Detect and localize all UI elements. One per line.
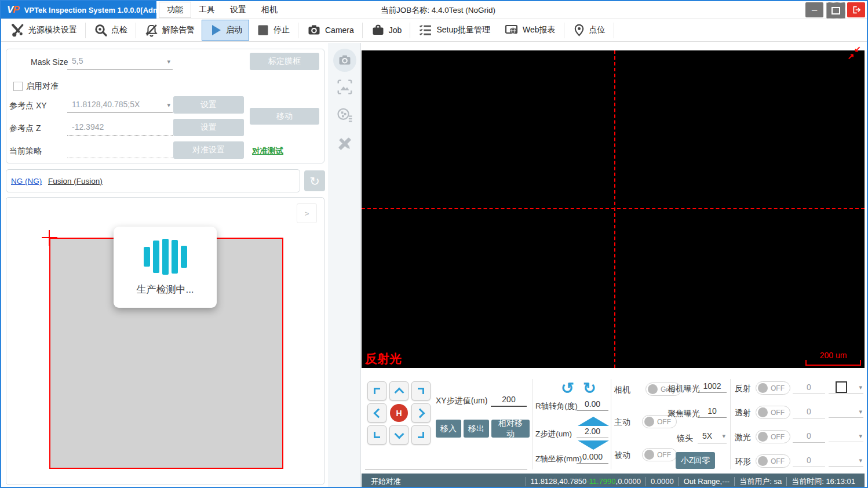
divider bbox=[365, 469, 527, 469]
z-home-button[interactable]: 小Z回零 bbox=[676, 452, 715, 469]
jog-right-button[interactable] bbox=[411, 403, 431, 423]
jog-up-right-button[interactable] bbox=[411, 381, 431, 400]
align-test-link[interactable]: 对准测试 bbox=[252, 146, 283, 156]
maximize-button[interactable] bbox=[826, 2, 845, 19]
stop-button[interactable]: 停止 bbox=[249, 20, 297, 41]
measure-tools-button[interactable] bbox=[333, 132, 356, 155]
light-laser-dropdown[interactable]: ▾ bbox=[829, 430, 863, 442]
rotate-cw-button[interactable]: ↻ bbox=[583, 381, 596, 396]
move-in-button[interactable]: 移入 bbox=[436, 420, 461, 438]
light-laser-toggle[interactable]: OFF bbox=[756, 430, 790, 443]
light-module-settings-button[interactable]: 光源模块设置 bbox=[3, 20, 84, 41]
exit-button[interactable] bbox=[847, 2, 865, 17]
strategy-input[interactable] bbox=[67, 144, 173, 158]
light-ring-toggle[interactable]: OFF bbox=[756, 454, 790, 468]
jog-left-button[interactable] bbox=[367, 403, 386, 423]
move-button[interactable]: 移动 bbox=[250, 108, 319, 125]
clear-alarm-button[interactable]: 解除告警 bbox=[137, 20, 202, 41]
image-adjust-tool-button[interactable] bbox=[333, 75, 356, 99]
menu-camera[interactable]: 相机 bbox=[254, 2, 285, 17]
light-transmit-toggle[interactable]: OFF bbox=[756, 406, 790, 419]
home-button[interactable]: H bbox=[390, 404, 408, 422]
move-out-button[interactable]: 移出 bbox=[464, 420, 489, 438]
current-user: 当前用户: sa bbox=[735, 476, 786, 487]
lens-dropdown[interactable]: 5X ▾ bbox=[698, 430, 727, 443]
active-label: 主动 bbox=[614, 417, 630, 428]
z-coord-input[interactable]: 0.000 bbox=[577, 452, 608, 464]
chevron-down-icon: ▾ bbox=[859, 408, 862, 416]
side-camera-tool-button[interactable] bbox=[333, 49, 356, 72]
jog-down-right-button[interactable] bbox=[411, 425, 431, 445]
jog-down-button[interactable] bbox=[389, 425, 409, 445]
scale-bar bbox=[805, 360, 861, 366]
ruler-pencil-icon bbox=[336, 135, 353, 152]
ref-point-z-input[interactable]: -12.3942 bbox=[67, 121, 173, 136]
focus-exposure-input[interactable]: 10 bbox=[698, 406, 727, 418]
calibrate-mask-button[interactable]: 标定膜框 bbox=[250, 53, 319, 70]
z-step-input[interactable]: 2.00 bbox=[577, 427, 608, 438]
menu-settings[interactable]: 设置 bbox=[223, 2, 254, 17]
camera-mode-label: 相机 bbox=[614, 385, 630, 395]
start-button[interactable]: 启动 bbox=[202, 20, 249, 41]
light-ring-dropdown[interactable]: ▾ bbox=[829, 454, 863, 467]
jog-down-left-button[interactable] bbox=[367, 425, 386, 445]
menu-tools[interactable]: 工具 bbox=[191, 2, 223, 17]
set-xy-button[interactable]: 设置 bbox=[173, 96, 244, 114]
ng-result-link[interactable]: NG (NG) bbox=[11, 177, 42, 185]
current-job-name: 当前JOB名称: 4.4.0Test (NoGrid) bbox=[381, 5, 495, 16]
sync-button[interactable]: ↻ bbox=[304, 170, 325, 191]
r-angle-input[interactable]: 0.00 bbox=[577, 399, 608, 411]
relative-move-button[interactable]: 相对移动 bbox=[491, 420, 530, 438]
r-angle-label: R轴转角(度) bbox=[535, 401, 578, 411]
set-z-button[interactable]: 设置 bbox=[173, 119, 244, 136]
scale-indicator: 200 um bbox=[805, 351, 861, 366]
rotate-ccw-button[interactable]: ↺ bbox=[561, 381, 574, 396]
points-button[interactable]: 点位 bbox=[566, 20, 612, 41]
fusion-result-link[interactable]: Fusion (Fusion) bbox=[48, 177, 103, 185]
jog-up-button[interactable] bbox=[389, 381, 409, 400]
maximize-icon bbox=[831, 7, 840, 14]
status-bar: 开始对准 11.8128,40.7850-11.7990,0.0000 0.00… bbox=[362, 474, 865, 488]
enable-align-checkbox[interactable] bbox=[13, 82, 23, 91]
chevron-down-icon: ▾ bbox=[167, 101, 170, 109]
spot-check-button[interactable]: 点检 bbox=[87, 20, 134, 41]
job-button[interactable]: Job bbox=[364, 20, 409, 41]
corner-up-left-icon bbox=[374, 388, 380, 394]
z-down-button[interactable] bbox=[578, 440, 609, 450]
light-reflect-dropdown[interactable]: ▾ bbox=[829, 381, 863, 394]
camera-button[interactable]: Camera bbox=[300, 20, 361, 41]
setup-batch-button[interactable]: Setup批量管理 bbox=[411, 20, 497, 41]
camera-exposure-input[interactable]: 1002 bbox=[698, 381, 727, 393]
light-reflect-value-input[interactable]: 0 bbox=[793, 383, 825, 394]
ref-point-xy-dropdown[interactable]: 11.8128,40.785;5X ▾ bbox=[67, 99, 173, 113]
toggle-knob-icon bbox=[758, 407, 768, 417]
wafer-map-tool-button[interactable] bbox=[333, 103, 356, 126]
camera-live-view[interactable]: 反射光 200 um ↗ bbox=[362, 50, 865, 368]
light-ring-value-input[interactable]: 0 bbox=[793, 456, 825, 467]
light-reflect-toggle[interactable]: OFF bbox=[756, 381, 790, 395]
job-icon bbox=[371, 23, 385, 37]
minimize-icon: ─ bbox=[812, 6, 817, 14]
xy-step-input[interactable]: 200 bbox=[491, 395, 527, 407]
expand-button[interactable]: > bbox=[297, 203, 317, 223]
light-transmit-value-input[interactable]: 0 bbox=[793, 407, 825, 418]
production-status-card: 生产检测中... bbox=[114, 227, 217, 308]
jog-up-left-button[interactable] bbox=[367, 381, 386, 400]
alignment-settings-panel: Mask Size 5,5 ▾ 标定膜框 启用对准 参考点 XY 11.8128… bbox=[6, 49, 324, 163]
z-up-button[interactable] bbox=[578, 417, 609, 426]
toggle-knob-icon bbox=[648, 384, 658, 394]
chevron-down-icon: ▾ bbox=[859, 384, 862, 391]
light-transmit-dropdown[interactable]: ▾ bbox=[829, 406, 863, 418]
passive-toggle[interactable]: OFF bbox=[642, 448, 677, 461]
menu-function[interactable]: 功能 bbox=[159, 2, 191, 18]
mask-size-dropdown[interactable]: 5,5 ▾ bbox=[67, 55, 173, 70]
scale-label: 200 um bbox=[805, 351, 861, 360]
light-module-icon bbox=[10, 23, 25, 38]
focus-exposure-label: 聚焦曝光 bbox=[668, 409, 700, 419]
toolbar-divider bbox=[362, 23, 363, 38]
web-report-button[interactable]: Web报表 bbox=[497, 20, 563, 41]
toolbar-divider bbox=[85, 23, 86, 38]
align-settings-button[interactable]: 对准设置 bbox=[173, 141, 244, 159]
minimize-button[interactable]: ─ bbox=[805, 2, 823, 17]
light-laser-value-input[interactable]: 0 bbox=[793, 431, 825, 443]
